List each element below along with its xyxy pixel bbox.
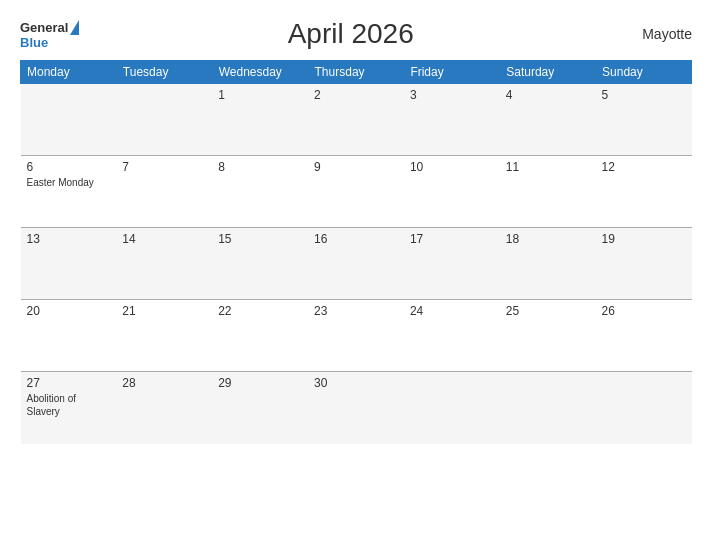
day-cell <box>500 372 596 444</box>
header: General Blue April 2026 Mayotte <box>20 18 692 50</box>
day-cell: 6Easter Monday <box>21 156 117 228</box>
col-sunday: Sunday <box>596 61 692 84</box>
day-number: 6 <box>27 160 111 174</box>
day-number: 25 <box>506 304 590 318</box>
col-tuesday: Tuesday <box>116 61 212 84</box>
day-cell: 16 <box>308 228 404 300</box>
day-number: 20 <box>27 304 111 318</box>
day-cell: 2 <box>308 84 404 156</box>
day-cell: 3 <box>404 84 500 156</box>
day-cell: 19 <box>596 228 692 300</box>
day-number: 22 <box>218 304 302 318</box>
week-row-4: 20212223242526 <box>21 300 692 372</box>
region-label: Mayotte <box>622 26 692 42</box>
day-cell <box>404 372 500 444</box>
day-event: Easter Monday <box>27 176 111 189</box>
day-cell: 25 <box>500 300 596 372</box>
day-number: 28 <box>122 376 206 390</box>
day-cell: 4 <box>500 84 596 156</box>
day-cell: 26 <box>596 300 692 372</box>
day-number: 17 <box>410 232 494 246</box>
day-number: 29 <box>218 376 302 390</box>
day-cell <box>21 84 117 156</box>
day-cell: 17 <box>404 228 500 300</box>
day-number: 27 <box>27 376 111 390</box>
week-row-3: 13141516171819 <box>21 228 692 300</box>
col-friday: Friday <box>404 61 500 84</box>
col-monday: Monday <box>21 61 117 84</box>
logo: General Blue <box>20 20 79 49</box>
week-row-2: 6Easter Monday789101112 <box>21 156 692 228</box>
day-cell: 29 <box>212 372 308 444</box>
day-number: 5 <box>602 88 686 102</box>
day-cell: 11 <box>500 156 596 228</box>
day-cell: 15 <box>212 228 308 300</box>
day-number: 24 <box>410 304 494 318</box>
header-row: Monday Tuesday Wednesday Thursday Friday… <box>21 61 692 84</box>
col-thursday: Thursday <box>308 61 404 84</box>
day-number: 12 <box>602 160 686 174</box>
day-number: 30 <box>314 376 398 390</box>
day-number: 4 <box>506 88 590 102</box>
day-number: 3 <box>410 88 494 102</box>
day-cell: 7 <box>116 156 212 228</box>
day-number: 9 <box>314 160 398 174</box>
day-cell: 9 <box>308 156 404 228</box>
day-cell: 30 <box>308 372 404 444</box>
day-cell: 8 <box>212 156 308 228</box>
day-cell: 1 <box>212 84 308 156</box>
day-cell: 21 <box>116 300 212 372</box>
day-cell: 23 <box>308 300 404 372</box>
day-cell: 28 <box>116 372 212 444</box>
day-cell: 20 <box>21 300 117 372</box>
day-number: 2 <box>314 88 398 102</box>
day-number: 16 <box>314 232 398 246</box>
calendar-table: Monday Tuesday Wednesday Thursday Friday… <box>20 60 692 444</box>
day-number: 7 <box>122 160 206 174</box>
day-cell: 22 <box>212 300 308 372</box>
calendar-page: General Blue April 2026 Mayotte Monday T… <box>0 0 712 550</box>
logo-blue-text: Blue <box>20 36 79 49</box>
day-number: 8 <box>218 160 302 174</box>
day-cell: 27Abolition of Slavery <box>21 372 117 444</box>
day-event: Abolition of Slavery <box>27 392 111 418</box>
day-cell: 24 <box>404 300 500 372</box>
day-number: 15 <box>218 232 302 246</box>
day-cell: 13 <box>21 228 117 300</box>
day-number: 18 <box>506 232 590 246</box>
day-number: 13 <box>27 232 111 246</box>
week-row-1: 12345 <box>21 84 692 156</box>
day-number: 1 <box>218 88 302 102</box>
day-number: 14 <box>122 232 206 246</box>
logo-general-text: General <box>20 21 68 34</box>
day-number: 21 <box>122 304 206 318</box>
col-wednesday: Wednesday <box>212 61 308 84</box>
calendar-body: 123456Easter Monday789101112131415161718… <box>21 84 692 444</box>
col-saturday: Saturday <box>500 61 596 84</box>
day-cell: 10 <box>404 156 500 228</box>
day-number: 10 <box>410 160 494 174</box>
day-cell: 5 <box>596 84 692 156</box>
day-cell <box>116 84 212 156</box>
week-row-5: 27Abolition of Slavery282930 <box>21 372 692 444</box>
day-number: 26 <box>602 304 686 318</box>
day-cell: 14 <box>116 228 212 300</box>
day-number: 11 <box>506 160 590 174</box>
day-number: 19 <box>602 232 686 246</box>
day-number: 23 <box>314 304 398 318</box>
logo-triangle-icon <box>70 20 79 35</box>
day-cell: 12 <box>596 156 692 228</box>
day-cell <box>596 372 692 444</box>
day-cell: 18 <box>500 228 596 300</box>
calendar-header: Monday Tuesday Wednesday Thursday Friday… <box>21 61 692 84</box>
calendar-title: April 2026 <box>79 18 622 50</box>
